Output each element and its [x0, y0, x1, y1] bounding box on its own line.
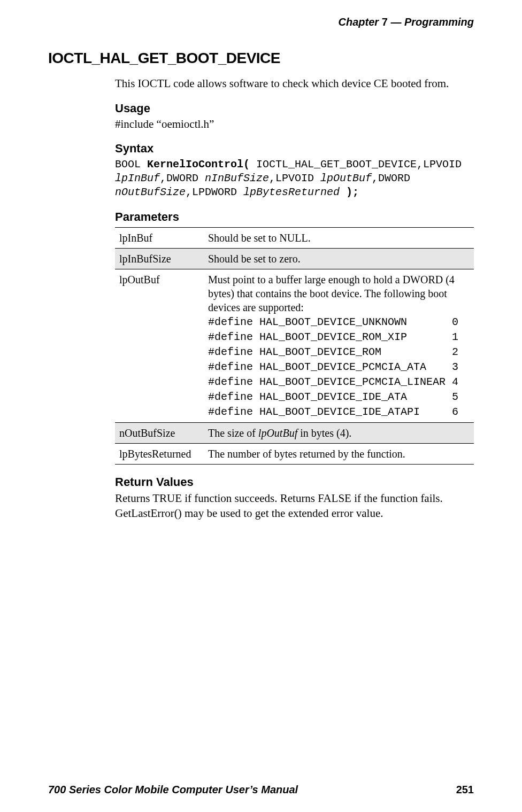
param-name: lpBytesReturned	[115, 444, 204, 465]
param-name: lpOutBuf	[115, 269, 204, 423]
syntax-param: lpOutBuf	[320, 172, 372, 184]
intro-text: This IOCTL code allows software to check…	[115, 76, 474, 91]
param-desc: Should be set to zero.	[204, 249, 474, 269]
param-desc: The number of bytes returned by the func…	[204, 444, 474, 465]
manual-title: 700 Series Color Mobile Computer User’s …	[48, 784, 298, 796]
param-name: lpInBuf	[115, 228, 204, 249]
table-row: lpInBufSize Should be set to zero.	[115, 249, 474, 269]
syntax-frag: ,DWORD	[372, 172, 410, 184]
syntax-param: lpBytesReturned	[243, 186, 340, 198]
syntax-frag: ,DWORD	[160, 172, 205, 184]
usage-heading: Usage	[115, 102, 474, 115]
syntax-frag: BOOL	[115, 158, 147, 171]
param-desc: The size of lpOutBuf in bytes (4).	[204, 423, 474, 444]
page-footer: 700 Series Color Mobile Computer User’s …	[48, 784, 474, 796]
syntax-func: KernelIoControl(	[147, 158, 250, 171]
header-separator: —	[390, 16, 401, 28]
syntax-param: nOutBufSize	[115, 186, 186, 198]
param-desc: Must point to a buffer large enough to h…	[204, 269, 474, 423]
syntax-param: lpInBuf	[115, 172, 160, 184]
chapter-number: 7	[382, 16, 388, 28]
syntax-param: nInBufSize	[205, 172, 269, 184]
syntax-heading: Syntax	[115, 142, 474, 156]
usage-include: #include “oemioctl.h”	[115, 118, 474, 131]
section-title: IOCTL_HAL_GET_BOOT_DEVICE	[48, 50, 474, 67]
param-name: lpInBufSize	[115, 249, 204, 269]
content-body: This IOCTL code allows software to check…	[115, 76, 474, 521]
syntax-code: BOOL KernelIoControl( IOCTL_HAL_GET_BOOT…	[115, 158, 474, 199]
return-values-heading: Return Values	[115, 475, 474, 489]
table-row: lpInBuf Should be set to NULL.	[115, 228, 474, 249]
syntax-frag: ,LPVOID	[269, 172, 320, 184]
param-desc-post: in bytes (4).	[297, 427, 351, 439]
parameters-table: lpInBuf Should be set to NULL. lpInBufSi…	[115, 227, 474, 465]
syntax-end: );	[340, 186, 359, 198]
param-desc-ital: lpOutBuf	[258, 427, 297, 439]
syntax-frag: ,LPDWORD	[186, 186, 243, 198]
param-desc-pre: The size of	[208, 427, 258, 439]
page-number: 251	[456, 784, 474, 796]
table-row: nOutBufSize The size of lpOutBuf in byte…	[115, 423, 474, 444]
chapter-label: Chapter	[339, 16, 379, 28]
page-header: Chapter 7 — Programming	[48, 16, 474, 28]
chapter-title: Programming	[404, 16, 474, 28]
syntax-frag: IOCTL_HAL_GET_BOOT_DEVICE,LPVOID	[250, 158, 462, 171]
table-row: lpBytesReturned The number of bytes retu…	[115, 444, 474, 465]
parameters-heading: Parameters	[115, 210, 474, 224]
param-name: nOutBufSize	[115, 423, 204, 444]
param-desc: Should be set to NULL.	[204, 228, 474, 249]
param-desc-intro: Must point to a buffer large enough to h…	[208, 274, 455, 313]
return-values-text: Returns TRUE if function succeeds. Retur…	[115, 491, 474, 521]
param-desc-defines: #define HAL_BOOT_DEVICE_UNKNOWN 0 #defin…	[208, 316, 458, 418]
table-row: lpOutBuf Must point to a buffer large en…	[115, 269, 474, 423]
